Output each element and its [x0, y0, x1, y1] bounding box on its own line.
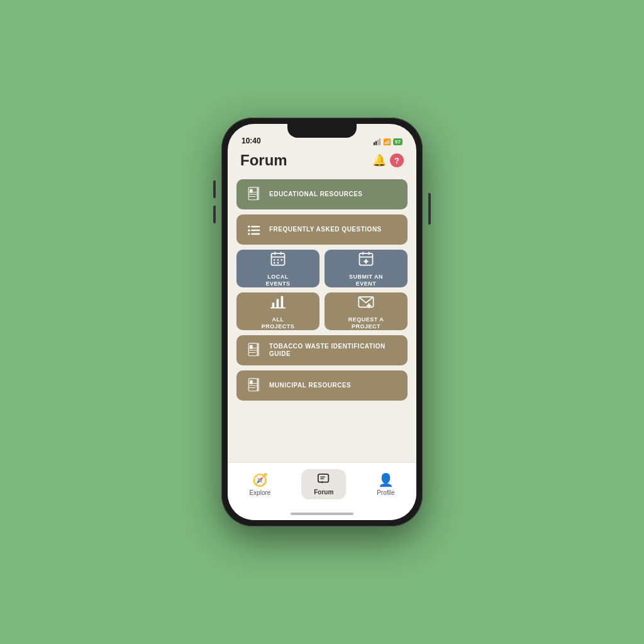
educational-resources-label: EDUCATIONAL RESOURCES — [269, 191, 362, 198]
svg-point-7 — [248, 226, 250, 228]
help-button[interactable]: ? — [390, 153, 404, 167]
svg-rect-28 — [272, 303, 275, 308]
explore-label: Explore — [249, 489, 270, 496]
notch — [287, 124, 357, 138]
status-icons: 📶 97 — [374, 138, 402, 145]
svg-rect-6 — [257, 187, 260, 200]
wifi-icon: 📶 — [383, 138, 391, 145]
vol-down-button — [213, 206, 216, 223]
phone-screen: 10:40 📶 97 Forum 🔔 ? — [228, 124, 416, 520]
svg-point-11 — [248, 233, 250, 235]
svg-rect-12 — [251, 233, 260, 235]
book-icon — [245, 186, 263, 203]
bell-icon[interactable]: 🔔 — [372, 153, 386, 167]
forum-label: Forum — [314, 489, 333, 496]
forum-icon — [317, 473, 331, 487]
nav-explore[interactable]: 🧭 Explore — [236, 469, 283, 500]
svg-rect-19 — [281, 259, 282, 260]
vol-up-button — [213, 180, 216, 198]
municipal-resources-label: MUNICIPAL RESOURCES — [269, 382, 351, 389]
svg-marker-52 — [320, 480, 323, 483]
events-row: LOCALEVENTS SUBMIT ANEVENT — [236, 250, 408, 287]
profile-label: Profile — [377, 489, 394, 496]
calendar-add-icon — [357, 250, 375, 267]
svg-rect-29 — [277, 299, 279, 308]
explore-icon: 🧭 — [252, 472, 268, 487]
projects-row: ALLPROJECTS REQUEST APROJECT — [236, 292, 408, 330]
page-title: Forum — [240, 152, 287, 169]
chart-icon — [269, 292, 287, 310]
request-project-button[interactable]: REQUEST APROJECT — [325, 292, 408, 330]
svg-rect-41 — [257, 343, 260, 356]
phone-frame: 10:40 📶 97 Forum 🔔 ? — [221, 118, 423, 526]
svg-rect-10 — [251, 230, 260, 231]
request-project-label: REQUEST APROJECT — [348, 316, 384, 330]
educational-resources-button[interactable]: EDUCATIONAL RESOURCES — [236, 179, 408, 209]
svg-rect-17 — [274, 259, 275, 260]
power-button — [428, 193, 431, 225]
svg-rect-18 — [277, 259, 279, 260]
calendar-icon — [269, 250, 287, 267]
svg-rect-48 — [257, 378, 260, 391]
all-projects-button[interactable]: ALLPROJECTS — [236, 292, 319, 330]
faq-label: FREQUENTLY ASKED QUESTIONS — [269, 226, 382, 233]
bottom-nav: 🧭 Explore Forum 👤 Profile — [228, 462, 416, 508]
status-time: 10:40 — [242, 136, 261, 145]
submit-event-button[interactable]: SUBMIT ANEVENT — [325, 250, 408, 287]
faq-button[interactable]: FREQUENTLY ASKED QUESTIONS — [236, 214, 408, 245]
svg-rect-30 — [281, 296, 284, 308]
municipal-icon — [245, 377, 263, 394]
municipal-resources-button[interactable]: MUNICIPAL RESOURCES — [236, 370, 408, 401]
header-actions: 🔔 ? — [372, 153, 404, 167]
svg-rect-21 — [277, 262, 279, 264]
submit-event-label: SUBMIT ANEVENT — [349, 274, 383, 287]
menu-content: EDUCATIONAL RESOURCES FREQUENTLY ASKED Q… — [228, 175, 416, 462]
guide-icon — [245, 341, 263, 359]
local-events-button[interactable]: LOCALEVENTS — [236, 250, 319, 287]
tobacco-waste-label: TOBACCO WASTE IDENTIFICATIONGUIDE — [269, 343, 386, 358]
envelope-add-icon — [357, 292, 375, 310]
svg-rect-49 — [318, 474, 328, 482]
home-indicator — [228, 508, 416, 520]
svg-point-9 — [248, 229, 250, 231]
local-events-label: LOCALEVENTS — [265, 274, 290, 287]
nav-forum[interactable]: Forum — [301, 469, 346, 499]
signal-icon — [374, 138, 380, 145]
svg-rect-20 — [274, 262, 275, 264]
nav-profile[interactable]: 👤 Profile — [364, 469, 407, 500]
home-bar — [291, 513, 353, 515]
svg-rect-8 — [251, 226, 260, 227]
all-projects-label: ALLPROJECTS — [262, 316, 295, 330]
list-icon — [245, 221, 263, 238]
battery-badge: 97 — [393, 138, 402, 145]
app-header: Forum 🔔 ? — [228, 148, 416, 175]
tobacco-waste-button[interactable]: TOBACCO WASTE IDENTIFICATIONGUIDE — [236, 335, 408, 365]
profile-icon: 👤 — [378, 472, 394, 487]
